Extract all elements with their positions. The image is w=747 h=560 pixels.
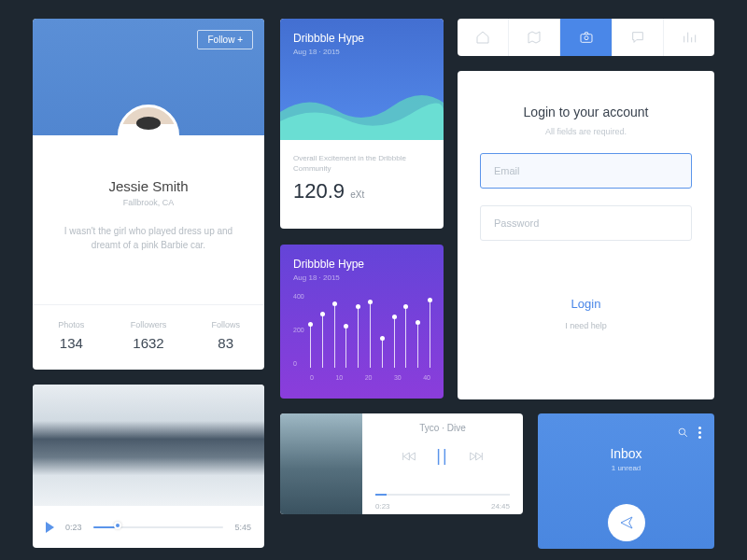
nav-map[interactable]	[509, 19, 560, 56]
bar	[405, 307, 406, 368]
prev-icon[interactable]	[402, 450, 417, 463]
video-time-current: 0:23	[65, 523, 82, 532]
svg-point-1	[585, 36, 588, 40]
profile-name: Jessie Smith	[33, 178, 264, 194]
music-time-current: 0:23	[375, 502, 390, 511]
bar	[358, 307, 359, 368]
hype-wave-value: 120.9 eXt	[293, 179, 430, 203]
hype-wave-subtitle: Overall Excitement in the Dribbble Commu…	[293, 153, 430, 174]
more-icon[interactable]	[698, 427, 701, 439]
music-time-total: 24:45	[491, 502, 510, 511]
video-card: 0:23 5:45	[33, 385, 264, 548]
stat-follows[interactable]: Follows 83	[187, 305, 264, 370]
login-button[interactable]: Login	[571, 297, 601, 311]
video-time-total: 5:45	[234, 523, 251, 532]
nav-stats[interactable]	[664, 19, 714, 56]
next-icon[interactable]	[468, 450, 483, 463]
login-hint: All fields are required.	[480, 127, 692, 136]
send-icon	[619, 515, 634, 530]
inbox-unread: 1 unread	[551, 464, 701, 472]
music-seek[interactable]	[375, 494, 510, 496]
hype-bars-date: Aug 18 · 2015	[293, 273, 430, 282]
nav-camera[interactable]	[560, 19, 612, 56]
hype-wave-card: Dribbble Hype Aug 18 · 2015 Overall Exci…	[280, 19, 444, 229]
map-icon	[527, 30, 542, 45]
login-title: Login to your account	[480, 105, 692, 119]
stat-followers[interactable]: Followers 1632	[110, 305, 188, 370]
search-icon[interactable]	[677, 427, 689, 439]
stats-icon	[682, 30, 697, 45]
chat-icon	[630, 30, 645, 45]
music-progress	[375, 494, 387, 496]
pause-icon[interactable]: ||	[436, 446, 448, 466]
lollipop-chart: 400 200 0 0 10 20 30 40	[293, 295, 430, 379]
bar	[430, 301, 430, 368]
profile-stats: Photos 134 Followers 1632 Follows 83	[33, 304, 264, 370]
home-icon	[475, 30, 490, 45]
play-icon[interactable]	[46, 522, 54, 533]
video-progress	[93, 526, 117, 528]
bar	[310, 325, 311, 368]
profile-card: Follow + Jessie Smith Fallbrook, CA I wa…	[33, 19, 264, 370]
video-seek[interactable]	[93, 526, 224, 528]
bar	[417, 323, 418, 368]
nav-home[interactable]	[458, 19, 509, 56]
svg-rect-0	[581, 35, 592, 43]
hype-bars-title: Dribbble Hype	[293, 258, 430, 271]
profile-location: Fallbrook, CA	[33, 198, 264, 207]
help-link[interactable]: I need help	[480, 321, 692, 330]
hype-wave-date: Aug 18 · 2015	[293, 48, 430, 56]
inbox-card: Inbox 1 unread	[538, 413, 714, 549]
stat-photos[interactable]: Photos 134	[33, 305, 110, 370]
music-track-title: Tyco · Dive	[375, 423, 510, 433]
email-field[interactable]	[480, 153, 692, 189]
bar	[334, 304, 335, 368]
password-field[interactable]	[480, 205, 692, 241]
login-card: Login to your account All fields are req…	[458, 71, 714, 399]
bar	[370, 302, 371, 368]
hype-bars-card: Dribbble Hype Aug 18 · 2015 400 200 0 0 …	[280, 245, 444, 399]
nav-bar	[458, 19, 714, 56]
bar	[394, 317, 395, 368]
inbox-title: Inbox	[551, 446, 701, 461]
camera-icon	[579, 30, 594, 45]
compose-button[interactable]	[608, 504, 645, 541]
bar	[345, 327, 346, 368]
follow-button[interactable]: Follow +	[197, 30, 253, 49]
svg-point-2	[679, 428, 685, 435]
music-card: Tyco · Dive || 0:23 24:45	[280, 413, 523, 514]
bar	[382, 339, 383, 368]
album-art[interactable]	[280, 413, 362, 514]
video-frame[interactable]	[33, 385, 264, 506]
avatar[interactable]	[118, 105, 179, 166]
nav-chat[interactable]	[613, 19, 664, 56]
profile-bio: I wasn't the girl who played dress up an…	[33, 207, 264, 252]
bar	[322, 315, 323, 368]
wave-chart-icon	[280, 84, 444, 140]
video-knob[interactable]	[114, 522, 121, 529]
video-controls: 0:23 5:45	[33, 506, 264, 548]
hype-wave-title: Dribbble Hype	[293, 32, 430, 45]
